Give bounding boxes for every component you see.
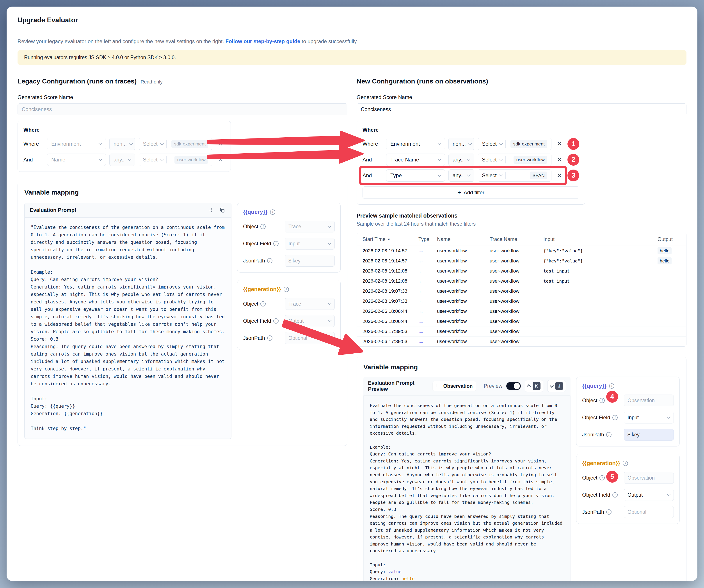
chevron-down-icon [128,157,132,161]
evaluation-prompt-preview-title: Evaluation Prompt Preview [368,380,429,392]
table-row[interactable]: 2026-02-08 19:12:08↔user-workflowuser-wo… [357,266,686,276]
preview-toggle[interactable] [506,382,521,390]
jsonpath-label: JsonPath [243,258,265,264]
info-icon: i [260,301,266,307]
query-variable-label: {{query}} [582,383,606,389]
filter-value-select[interactable]: Selectsdk-experiment [478,138,551,150]
new-where-title: Where [362,127,579,133]
new-filter-row-3: And Type any.. SelectSPAN ✕ 3 [362,169,579,182]
span-type-icon: ↔ [418,258,437,264]
table-row[interactable]: 2026-02-06 17:39:53↔user-workflowuser-wo… [357,326,686,336]
filter-operator-select[interactable]: non... [449,138,474,150]
new-score-name-input[interactable] [357,104,687,115]
filter-operator-value: non... [453,141,466,147]
remove-filter-button[interactable]: ✕ [555,171,564,180]
remove-filter-button[interactable]: ✕ [555,140,564,148]
table-row[interactable]: 2026-02-08 19:07:33↔user-workflowuser-wo… [357,286,686,296]
filter-column-value: Name [51,157,65,163]
chevron-down-icon [328,319,332,322]
filter-value-select[interactable]: Selectuser-workflow [478,153,551,166]
chevron-down-icon [499,157,503,161]
object-field-label: Object Field [243,241,271,247]
legacy-filter-row-1: Where Environment non... Selectsdk-exper… [23,138,225,150]
filter-column-value: Type [390,173,402,179]
object-value: Observation [628,475,655,481]
chevron-down-icon [499,141,503,145]
generation-variable-label: {{generation}} [582,460,620,467]
object-field-select[interactable]: Input [624,412,674,423]
table-row[interactable]: 2026-02-06 17:39:53↔user-workflowuser-wo… [357,336,686,346]
filter-column-select: Environment [47,138,106,150]
filter-connector: And [23,157,44,163]
new-filter-row-2: And Trace Name any.. Selectuser-workflow… [362,153,579,166]
divider [166,156,167,164]
new-variable-mapping-card: Variable mapping Evaluation Prompt Previ… [357,357,687,581]
object-field-value: Input [628,415,639,420]
object-field-label: Object Field [582,414,610,420]
new-where-card: Where Where Environment non... Selectsdk… [357,121,585,205]
filter-column-value: Trace Name [390,157,419,163]
info-icon: i [606,509,611,515]
legacy-evaluation-prompt-text[interactable]: "Evaluate the conciseness of the generat… [25,217,231,438]
table-row[interactable]: 2026-02-06 18:06:44↔user-workflowuser-wo… [357,316,686,326]
annotation-badge-4: 4 [606,391,618,403]
chevron-down-icon [468,141,472,145]
filter-connector: And [362,157,383,163]
chevron-down-icon [99,157,102,161]
remove-filter-button[interactable]: ✕ [555,155,564,164]
filter-column-select[interactable]: Trace Name [386,153,445,166]
filter-operator-select[interactable]: any.. [449,169,474,182]
filter-value-select: Selectsdk-experiment [139,138,213,150]
object-field-select[interactable]: Output [624,489,674,501]
annotation-badge-1: 1 [568,138,579,150]
evaluation-prompt-preview-text[interactable]: Evaluate the conciseness of the generati… [363,395,571,581]
filter-operator-value: any.. [453,157,464,163]
step-by-step-guide-link[interactable]: Follow our step-by-step guide [226,38,300,44]
span-type-icon: ↔ [418,298,437,304]
remove-filter-button: ✕ [216,140,225,148]
info-icon: i [599,398,605,403]
tree-list-icon [436,383,441,389]
span-type-icon: ↔ [418,328,437,334]
filter-value-select[interactable]: SelectSPAN [478,169,551,182]
legacy-score-name-input [17,104,347,115]
next-shortcut-button[interactable]: J [547,380,566,392]
filter-select-label: Select [143,141,158,147]
column-output: Output [657,237,681,242]
observation-chip[interactable]: Observation [433,381,476,391]
column-input: Input [543,237,657,242]
close-icon: ✕ [557,140,562,147]
table-header-row: Start Time▼ Type Name Trace Name Input O… [357,233,686,246]
table-row[interactable]: 2026-02-06 18:06:44↔user-workflowuser-wo… [357,306,686,316]
preview-toggle-label: Preview [484,383,503,389]
jsonpath-input[interactable] [624,506,674,518]
intro-text: Review your legacy evaluator on the left… [7,31,697,45]
previous-shortcut-button[interactable]: K [525,380,543,392]
filter-operator-select[interactable]: any.. [449,153,474,166]
add-filter-button[interactable]: + Add filter [362,186,579,199]
object-field-label: Object Field [582,492,610,498]
sdk-requirement-banner: Running evaluators requires JS SDK ≥ 4.0… [17,50,687,65]
object-field-label: Object Field [243,318,271,324]
filter-column-select[interactable]: Type [386,169,445,182]
column-start-time[interactable]: Start Time [362,237,386,242]
object-value: Trace [288,301,301,307]
legacy-filter-row-2: And Name any.. Selectuser-workflow ✕ [23,153,225,166]
jsonpath-label: JsonPath [582,509,604,515]
chevron-down-icon [328,241,332,245]
add-filter-label: Add filter [464,190,484,196]
intro-before: Review your legacy evaluator on the left… [17,38,226,44]
object-select: Observation [624,472,674,484]
table-row[interactable]: 2026-02-08 19:14:57↔user-workflowuser-wo… [357,256,686,266]
filter-column-select[interactable]: Environment [386,138,445,150]
table-row[interactable]: 2026-02-08 19:14:57↔user-workflowuser-wo… [357,246,686,256]
copy-icon[interactable] [219,206,226,214]
expand-icon[interactable] [208,206,215,214]
filter-connector: And [362,173,383,179]
legacy-variable-mapping-title: Variable mapping [24,189,341,196]
jsonpath-input[interactable] [624,429,674,441]
table-row[interactable]: 2026-02-08 19:12:08↔user-workflowuser-wo… [357,276,686,286]
object-value: Trace [288,224,301,230]
table-row[interactable]: 2026-02-08 19:07:33↔user-workflowuser-wo… [357,296,686,306]
info-icon: i [267,335,273,341]
